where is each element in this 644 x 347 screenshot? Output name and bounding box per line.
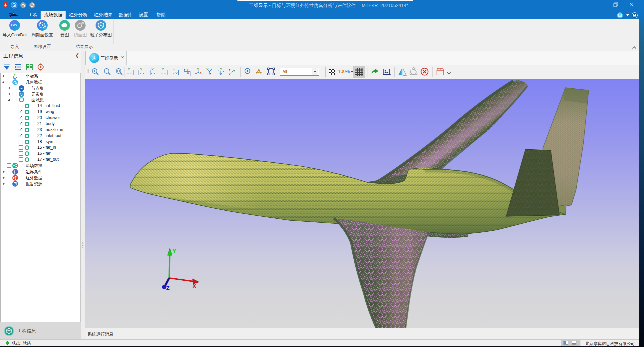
svg-text:z: z — [140, 72, 141, 75]
svg-text:z: z — [154, 72, 156, 75]
svg-text:Y: Y — [186, 68, 188, 72]
svg-text:Y: Y — [14, 74, 16, 76]
svg-text:x: x — [143, 72, 144, 75]
svg-text:x: x — [173, 68, 175, 71]
svg-text:Y: Y — [172, 248, 176, 254]
svg-text:x: x — [223, 70, 224, 73]
svg-text:Y: Y — [128, 68, 130, 71]
svg-text:x: x — [164, 72, 166, 75]
svg-text:z: z — [172, 72, 174, 75]
svg-text:z: z — [209, 72, 211, 76]
svg-text:z: z — [184, 68, 185, 72]
svg-text:Y: Y — [175, 72, 177, 75]
svg-text:X: X — [192, 283, 196, 289]
svg-text:z: z — [161, 72, 163, 75]
svg-text:x: x — [151, 72, 153, 75]
svg-text:x: x — [200, 71, 201, 74]
svg-text:z: z — [195, 72, 196, 75]
svg-text:x: x — [127, 72, 129, 75]
svg-text:x: x — [229, 72, 230, 76]
svg-text:Y: Y — [162, 68, 164, 71]
svg-text:Z: Z — [166, 285, 169, 291]
svg-text:z: z — [229, 68, 230, 72]
svg-text:Y: Y — [152, 68, 154, 71]
svg-text:Y: Y — [220, 68, 222, 71]
svg-text:Y: Y — [140, 68, 142, 71]
svg-text:z: z — [217, 69, 219, 72]
svg-text:x: x — [211, 68, 212, 71]
svg-text:z: z — [14, 76, 16, 79]
svg-text:x: x — [16, 76, 17, 79]
svg-text:z: z — [130, 72, 132, 75]
